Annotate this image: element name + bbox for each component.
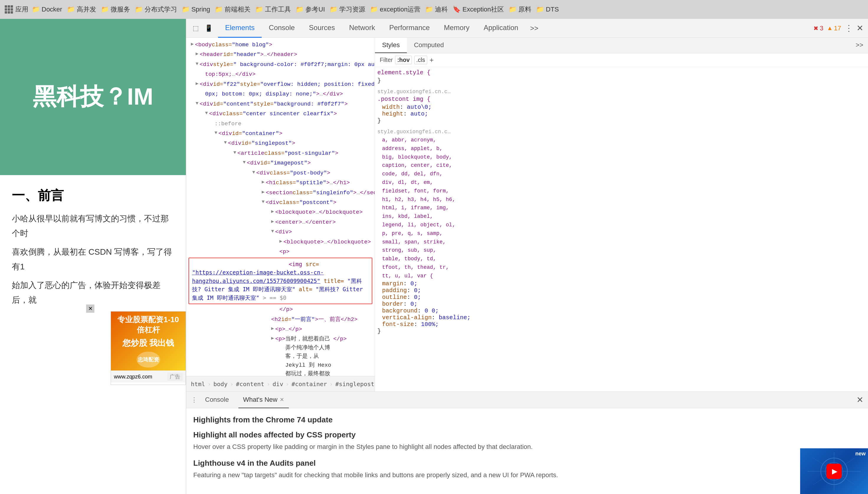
collapse-icon[interactable]: ▶ <box>262 189 265 196</box>
play-icon: ▶ <box>832 467 837 475</box>
bookmark-exception-community[interactable]: 🔖 Exception社区 <box>453 5 504 14</box>
html-line-body: ▶ <body class= "home blog" > <box>186 40 375 50</box>
breadcrumb-body[interactable]: body <box>213 381 228 387</box>
youtube-play-button[interactable]: ▶ <box>826 464 842 479</box>
tab-elements[interactable]: Elements <box>218 19 262 38</box>
breadcrumb-content[interactable]: #content <box>236 381 264 387</box>
html-line-singlepost: ▼ <div id= "singlepost" > <box>186 138 375 148</box>
style-selector-postcont: .postcont img { <box>377 96 866 102</box>
folder-icon: 📁 <box>509 6 517 13</box>
close-devtools-button[interactable]: ✕ <box>856 23 863 33</box>
style-body-reset: margin: 0; padding: 0; outline: 0; borde… <box>377 280 866 328</box>
apps-grid-icon[interactable] <box>5 5 13 14</box>
tab-sources[interactable]: Sources <box>302 19 342 38</box>
html-panel: ▶ <body class= "home blog" > ▶ <header i… <box>186 38 375 392</box>
bookmark-docker[interactable]: 📁 Docker <box>32 6 62 13</box>
style-selector-element: element.style { <box>377 69 866 76</box>
styles-panel: Styles Computed >> Filter :hov .cls + el… <box>375 38 868 392</box>
folder-icon: 📁 <box>215 6 223 13</box>
collapse-icon[interactable]: ▼ <box>196 60 199 68</box>
bookmark-label: 学习资源 <box>339 5 365 14</box>
collapse-icon[interactable]: ▶ <box>196 51 199 58</box>
collapse-icon[interactable]: ▼ <box>205 110 208 117</box>
whats-new-close-icon[interactable]: ✕ <box>280 396 284 403</box>
filter-hov-button[interactable]: :hov <box>395 56 412 64</box>
styles-tab-computed[interactable]: Computed <box>407 38 451 53</box>
collapse-icon[interactable]: ▶ <box>196 80 199 88</box>
breadcrumb-div[interactable]: div <box>273 381 283 387</box>
tab-memory[interactable]: Memory <box>437 19 477 38</box>
bookmark-spring[interactable]: 📁 Spring <box>182 6 210 13</box>
bookmark-xuexi[interactable]: 📁 学习资源 <box>329 5 365 14</box>
style-selector-reset-list: a, abbr, acronym, address, applet, b, bi… <box>377 136 866 280</box>
breadcrumb-container[interactable]: #container <box>291 381 327 387</box>
styles-tab-more[interactable]: >> <box>851 38 868 53</box>
video-thumbnail[interactable]: ▶ new <box>800 448 868 494</box>
collapse-icon[interactable]: ▼ <box>233 149 236 156</box>
tab-performance[interactable]: Performance <box>382 19 437 38</box>
collapse-icon[interactable]: ▼ <box>252 169 255 176</box>
tab-console-bottom[interactable]: Console <box>200 392 234 408</box>
collapse-icon[interactable]: ▼ <box>271 228 274 235</box>
html-line-p2: ▶ <p> … </p> <box>186 324 375 334</box>
devtools-tab-bar: Elements Console Sources Network Perform… <box>218 19 813 38</box>
bookmark-dike[interactable]: 📁 迪科 <box>425 5 448 14</box>
collapse-icon[interactable]: ▼ <box>262 198 265 206</box>
inspect-icon[interactable]: ⬚ <box>191 23 200 33</box>
collapse-icon[interactable]: ▶ <box>271 325 274 332</box>
more-menu-icon[interactable]: ⋮ <box>845 23 853 33</box>
tab-application[interactable]: Application <box>476 19 525 38</box>
device-icon[interactable]: 📱 <box>204 23 213 33</box>
bookmark-qianduan[interactable]: 📁 前端相关 <box>215 5 251 14</box>
collapse-icon[interactable]: ▶ <box>191 41 194 48</box>
collapse-icon[interactable]: ▶ <box>271 208 274 215</box>
style-prop-background: background: 0 0; <box>382 307 866 314</box>
bookmark-label: 前端相关 <box>224 5 251 14</box>
ad-close-button[interactable]: ✕ <box>86 304 94 313</box>
styles-filter-bar: Filter :hov .cls + <box>375 53 868 67</box>
ad-brand: 忠琦配资 <box>138 356 159 363</box>
bookmark-weifuwu[interactable]: 📁 微服务 <box>101 5 130 14</box>
breadcrumb-html[interactable]: html <box>191 381 205 387</box>
console-item-css-title: Highlight all nodes affected by CSS prop… <box>193 430 861 439</box>
style-prop-border: border: 0; <box>382 301 866 307</box>
bookmark-gongzuo[interactable]: 📁 工作工具 <box>255 5 291 14</box>
bookmark-dts[interactable]: 📁 DTS <box>536 6 559 13</box>
tab-more-icon[interactable]: >> <box>525 19 543 38</box>
collapse-icon[interactable]: ▶ <box>279 238 282 245</box>
collapse-icon[interactable]: ▼ <box>196 100 199 107</box>
bookmark-yuanliao[interactable]: 📁 原料 <box>509 5 531 14</box>
ad-website: www.zqpz6.com <box>114 374 152 380</box>
tab-whats-new[interactable]: What's New ✕ <box>238 392 289 408</box>
advertisement-overlay: 专业股票配资1-10倍杠杆 您炒股 我出钱 忠琦配资 www.zqpz6.com… <box>111 311 186 385</box>
close-bottom-panel-button[interactable]: ✕ <box>856 395 863 405</box>
style-prop-font-size: font-size: 100%; <box>382 321 866 328</box>
warning-count: ▲ 17 <box>827 24 841 32</box>
html-line-content: ▼ <div id= "content" style= "background:… <box>186 99 375 109</box>
filter-add-button[interactable]: + <box>430 56 434 64</box>
collapse-icon[interactable]: ▶ <box>271 218 274 226</box>
style-prop-padding: padding: 0; <box>382 287 866 294</box>
collapse-icon[interactable]: ▼ <box>243 159 246 166</box>
collapse-icon[interactable]: ▶ <box>262 178 265 186</box>
html-line-postbody: ▼ <div class= "post-body" > <box>186 168 375 178</box>
filter-cls-button[interactable]: .cls <box>414 56 427 64</box>
tab-console[interactable]: Console <box>262 19 302 38</box>
collapse-icon[interactable]: ▼ <box>224 139 227 147</box>
selected-img-element[interactable]: <img src= "https://exception-image-bucke… <box>188 258 372 304</box>
collapse-icon[interactable]: ▼ <box>215 129 217 137</box>
style-rule-element: element.style { } <box>377 69 866 84</box>
bookmark-fenbushi[interactable]: 📁 分布式学习 <box>135 5 177 14</box>
bookmark-exception[interactable]: 📁 exception运营 <box>370 5 420 14</box>
ad-logo-circle: 忠琦配资 <box>137 352 160 367</box>
bookmark-gaobingfa[interactable]: 📁 高并发 <box>67 5 96 14</box>
tab-network[interactable]: Network <box>342 19 382 38</box>
ad-label: 广告 <box>167 373 183 381</box>
styles-tab-bar: Styles Computed >> <box>375 38 868 53</box>
bookmark-cankaou[interactable]: 📁 参考UI <box>296 5 325 14</box>
collapse-icon[interactable]: ▶ <box>271 335 274 342</box>
bookmark-label: DTS <box>546 6 559 13</box>
styles-tab-styles[interactable]: Styles <box>375 38 407 53</box>
breadcrumb-singlepost[interactable]: #singlepost <box>335 381 374 387</box>
console-item-css-desc: Hover over a CSS property like padding o… <box>193 442 861 452</box>
